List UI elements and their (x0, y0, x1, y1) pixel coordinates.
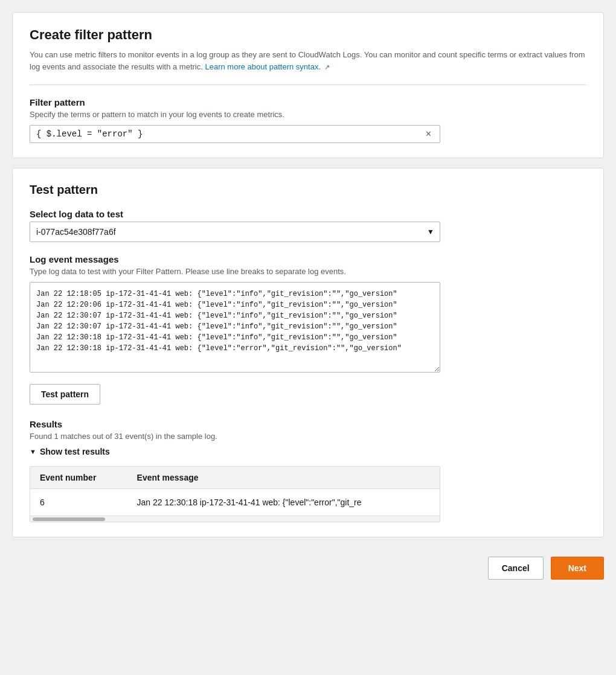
show-results-label: Show test results (40, 447, 110, 456)
log-data-select[interactable]: i-077ac54e308f77a6f (30, 222, 440, 242)
filter-pattern-section: Filter pattern Specify the terms or patt… (30, 97, 586, 143)
footer-bar: Cancel Next (12, 547, 604, 584)
results-table-body: 6 Jan 22 12:30:18 ip-172-31-41-41 web: {… (30, 489, 440, 516)
log-data-select-wrapper: i-077ac54e308f77a6f ▼ (30, 222, 440, 242)
results-label: Results (30, 419, 586, 429)
next-button[interactable]: Next (551, 557, 604, 580)
external-link-icon: ↗ (324, 63, 330, 71)
page-title: Create filter pattern (30, 27, 586, 43)
test-pattern-button[interactable]: Test pattern (30, 384, 100, 405)
results-table: Event number Event message 6 Jan 22 12:3… (30, 467, 440, 516)
cell-event-message: Jan 22 12:30:18 ip-172-31-41-41 web: {"l… (127, 489, 440, 516)
table-row: 6 Jan 22 12:30:18 ip-172-31-41-41 web: {… (30, 489, 440, 516)
page-wrapper: Create filter pattern You can use metric… (12, 12, 604, 584)
learn-more-text: Learn more about pattern syntax. (205, 62, 321, 71)
filter-pattern-label: Filter pattern (30, 97, 586, 107)
results-sublabel: Found 1 matches out of 31 event(s) in th… (30, 432, 586, 441)
filter-pattern-input[interactable] (36, 129, 423, 139)
triangle-down-icon: ▼ (30, 448, 36, 455)
cell-event-number: 6 (30, 489, 127, 516)
results-table-wrapper: Event number Event message 6 Jan 22 12:3… (30, 466, 440, 522)
horizontal-scrollbar[interactable] (30, 516, 440, 522)
col-event-message: Event message (127, 467, 440, 489)
select-log-data-section: Select log data to test i-077ac54e308f77… (30, 209, 586, 242)
scrollbar-thumb (33, 517, 105, 521)
select-log-label: Select log data to test (30, 209, 586, 219)
test-pattern-title: Test pattern (30, 183, 586, 197)
learn-more-link[interactable]: Learn more about pattern syntax. ↗ (205, 62, 330, 71)
clear-filter-button[interactable]: × (423, 129, 434, 139)
col-event-number: Event number (30, 467, 127, 489)
filter-pattern-input-wrapper: × (30, 125, 440, 143)
results-section: Results Found 1 matches out of 31 event(… (30, 419, 586, 522)
log-messages-section: Log event messages Type log data to test… (30, 254, 586, 374)
divider (30, 85, 586, 85)
log-messages-sublabel: Type log data to test with your Filter P… (30, 267, 586, 276)
page-description: You can use metric filters to monitor ev… (30, 49, 586, 72)
test-pattern-card: Test pattern Select log data to test i-0… (12, 168, 604, 537)
log-messages-label: Log event messages (30, 254, 586, 264)
results-table-header: Event number Event message (30, 467, 440, 489)
log-messages-textarea[interactable]: Jan 22 12:18:05 ip-172-31-41-41 web: {"l… (30, 282, 440, 373)
cancel-button[interactable]: Cancel (488, 557, 544, 580)
show-test-results-toggle[interactable]: ▼ Show test results (30, 447, 110, 456)
create-filter-card: Create filter pattern You can use metric… (12, 12, 604, 158)
filter-pattern-sublabel: Specify the terms or pattern to match in… (30, 110, 586, 119)
